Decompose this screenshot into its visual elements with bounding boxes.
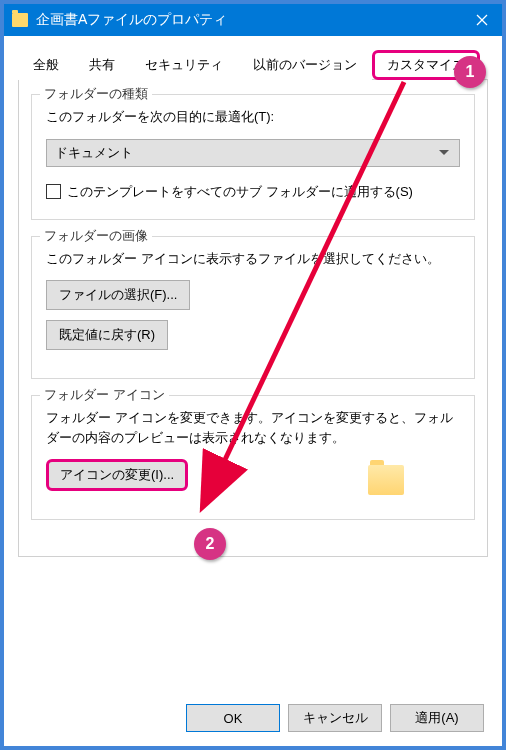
folder-image-description: このフォルダー アイコンに表示するファイルを選択してください。 [46,249,460,269]
cancel-button[interactable]: キャンセル [288,704,382,732]
group-folder-icon-title: フォルダー アイコン [40,386,169,404]
group-folder-type: フォルダーの種類 このフォルダーを次の目的に最適化(T): ドキュメント このテ… [31,94,475,220]
tab-sharing[interactable]: 共有 [74,50,130,80]
apply-template-label: このテンプレートをすべてのサブ フォルダーに適用する(S) [67,183,413,201]
group-folder-type-title: フォルダーの種類 [40,85,152,103]
close-button[interactable] [462,4,502,36]
group-folder-image-title: フォルダーの画像 [40,227,152,245]
apply-template-row[interactable]: このテンプレートをすべてのサブ フォルダーに適用する(S) [46,183,460,201]
select-file-button[interactable]: ファイルの選択(F)... [46,280,190,310]
tab-previous-versions[interactable]: 以前のバージョン [238,50,372,80]
tab-bar: 全般 共有 セキュリティ 以前のバージョン カスタマイズ [18,50,488,80]
titlebar: 企画書Aファイルのプロパティ [4,4,502,36]
change-icon-button[interactable]: アイコンの変更(I)... [46,459,188,491]
tab-general[interactable]: 全般 [18,50,74,80]
group-folder-image: フォルダーの画像 このフォルダー アイコンに表示するファイルを選択してください。… [31,236,475,380]
tab-security[interactable]: セキュリティ [130,50,238,80]
ok-button[interactable]: OK [186,704,280,732]
reset-default-button[interactable]: 既定値に戻す(R) [46,320,168,350]
optimize-select-value: ドキュメント [55,144,133,162]
callout-1: 1 [454,56,486,88]
close-icon [476,14,488,26]
optimize-select[interactable]: ドキュメント [46,139,460,167]
apply-button[interactable]: 適用(A) [390,704,484,732]
window-title: 企画書Aファイルのプロパティ [36,11,462,29]
folder-icon [12,13,28,27]
tab-panel-customize: フォルダーの種類 このフォルダーを次の目的に最適化(T): ドキュメント このテ… [18,80,488,557]
folder-icon-description: フォルダー アイコンを変更できます。アイコンを変更すると、フォルダーの内容のプレ… [46,408,460,447]
dialog-buttons: OK キャンセル 適用(A) [186,704,484,732]
optimize-label: このフォルダーを次の目的に最適化(T): [46,107,460,127]
callout-2: 2 [194,528,226,560]
group-folder-icon: フォルダー アイコン フォルダー アイコンを変更できます。アイコンを変更すると、… [31,395,475,520]
apply-template-checkbox[interactable] [46,184,61,199]
folder-preview-icon [368,465,404,495]
